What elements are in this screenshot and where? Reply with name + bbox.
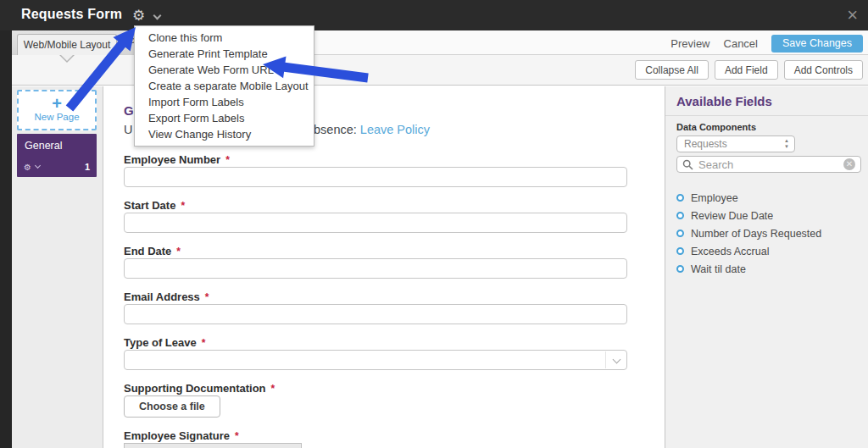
add-controls-button[interactable]: Add Controls — [784, 60, 863, 80]
available-field-label: Number of Days Requested — [691, 228, 821, 240]
required-asterisk: * — [225, 154, 230, 166]
field-label-row: Type of Leave* — [124, 335, 627, 346]
new-page-button[interactable]: + New Page — [17, 90, 97, 130]
field-label-row: Start Date* — [124, 197, 627, 209]
select-stepper-icon: ▲▼ — [784, 138, 789, 150]
required-asterisk: * — [235, 430, 239, 442]
available-field-item[interactable]: Exceeds Accrual — [676, 242, 860, 260]
form-settings-gear-button[interactable]: ⚙ — [132, 5, 168, 27]
clear-search-icon[interactable]: ✕ — [843, 158, 855, 170]
field-label-row: End Date* — [124, 243, 627, 255]
required-asterisk: * — [181, 200, 185, 212]
left-dark-backdrop — [0, 30, 12, 448]
available-fields-list: EmployeeReview Due DateNumber of Days Re… — [676, 189, 860, 278]
chevron-down-icon — [613, 356, 621, 364]
form-field: Supporting Documentation*Choose a file — [124, 380, 627, 418]
collapse-all-button[interactable]: Collapse All — [635, 60, 709, 80]
menu-item[interactable]: Export Form Labels — [135, 110, 314, 126]
tab-web-mobile-layout[interactable]: Web/Mobile Layout — [17, 34, 117, 55]
menu-item[interactable]: Import Form Labels — [135, 94, 314, 110]
field-label: Employee Signature — [124, 429, 230, 442]
available-field-item[interactable]: Wait til date — [676, 260, 860, 278]
field-ring-icon — [676, 194, 684, 202]
available-field-label: Wait til date — [691, 263, 746, 275]
required-asterisk: * — [202, 337, 206, 349]
selected-component: Requests — [684, 138, 727, 150]
field-label-row: Employee Number* — [124, 152, 627, 163]
field-search-input[interactable]: Search ✕ — [676, 156, 861, 173]
search-icon — [682, 159, 693, 170]
field-label: Supporting Documentation — [124, 382, 266, 395]
page-chevron-down-icon — [35, 163, 41, 169]
data-components-label: Data Components — [676, 122, 860, 132]
available-fields-panel: Available Fields Data Components Request… — [665, 86, 868, 448]
page-name: General — [25, 140, 62, 152]
required-asterisk: * — [176, 246, 181, 257]
pages-sidebar: + New Page General ⚙ 1 — [12, 86, 103, 448]
form-field: Email Address* — [124, 289, 627, 324]
field-label: Type of Leave — [124, 336, 197, 349]
plus-icon: + — [19, 94, 95, 113]
select-input[interactable] — [124, 350, 627, 370]
field-label-row: Email Address* — [124, 289, 627, 301]
field-ring-icon — [676, 212, 684, 219]
text-input[interactable] — [124, 258, 627, 279]
signature-pad[interactable] — [124, 443, 302, 448]
page-gear-icon[interactable]: ⚙ — [24, 163, 31, 172]
cancel-button[interactable]: Cancel — [724, 37, 758, 50]
add-field-button[interactable]: Add Field — [715, 60, 778, 80]
field-label: Email Address — [124, 290, 200, 303]
data-components-select[interactable]: Requests ▲▼ — [676, 136, 795, 152]
text-input[interactable] — [124, 213, 627, 233]
field-ring-icon — [676, 247, 684, 255]
close-icon[interactable]: × — [847, 3, 858, 27]
field-ring-icon — [676, 230, 684, 237]
title-bar: Requests Form ⚙ × — [0, 0, 868, 30]
form-field: Employee Number* — [124, 152, 627, 187]
choose-file-button[interactable]: Choose a file — [124, 395, 220, 418]
required-asterisk: * — [271, 383, 275, 395]
preview-button[interactable]: Preview — [670, 37, 709, 50]
field-label-row: Supporting Documentation* — [124, 380, 627, 392]
tab-label: Web/Mobile Layout — [24, 39, 111, 51]
field-label-row: Employee Signature* — [124, 428, 627, 440]
page-card-general[interactable]: General ⚙ 1 — [17, 134, 97, 177]
form-field: Employee Signature* — [124, 428, 627, 448]
form-editor-window: Requests Form ⚙ × Web/Mobile Layout Pre … — [0, 0, 868, 448]
available-field-item[interactable]: Number of Days Requested — [676, 224, 860, 242]
menu-item[interactable]: Generate Web Form URL — [135, 62, 314, 78]
gear-menu: Clone this formGenerate Print TemplateGe… — [134, 25, 314, 147]
page-field-count: 1 — [85, 162, 90, 172]
text-input[interactable] — [124, 167, 627, 187]
form-field: Start Date* — [124, 197, 627, 233]
chevron-down-icon — [153, 12, 162, 20]
field-label: End Date — [124, 245, 171, 257]
form-field: Type of Leave* — [124, 335, 627, 370]
description-fragment-left: U — [124, 123, 132, 136]
field-label: Start Date — [124, 199, 175, 212]
available-field-label: Exceeds Accrual — [691, 246, 769, 257]
gear-icon: ⚙ — [132, 7, 145, 25]
menu-item[interactable]: Generate Print Template — [135, 46, 314, 62]
text-input[interactable] — [124, 304, 627, 324]
available-fields-title: Available Fields — [676, 94, 860, 108]
available-field-item[interactable]: Review Due Date — [676, 207, 860, 224]
field-label: Employee Number — [124, 153, 220, 166]
menu-item[interactable]: View Change History — [135, 126, 314, 142]
search-placeholder: Search — [698, 158, 733, 171]
available-field-label: Review Due Date — [691, 210, 773, 222]
available-field-item[interactable]: Employee — [676, 189, 860, 207]
leave-policy-link[interactable]: Leave Policy — [360, 123, 430, 136]
panel-divider — [665, 115, 868, 116]
save-changes-button[interactable]: Save Changes — [771, 35, 863, 53]
field-ring-icon — [676, 265, 684, 273]
form-fields: Employee Number*Start Date*End Date*Emai… — [124, 152, 627, 448]
form-field: End Date* — [124, 243, 627, 279]
menu-item[interactable]: Clone this form — [135, 30, 314, 46]
required-asterisk: * — [205, 291, 209, 303]
description-fragment-right: bsence: Leave Policy — [314, 123, 430, 136]
toolbar-actions: Collapse All Add Field Add Controls — [635, 55, 863, 85]
tab-notch-inner — [60, 54, 74, 61]
available-field-label: Employee — [691, 192, 738, 204]
menu-item[interactable]: Create a separate Mobile Layout — [135, 78, 314, 94]
